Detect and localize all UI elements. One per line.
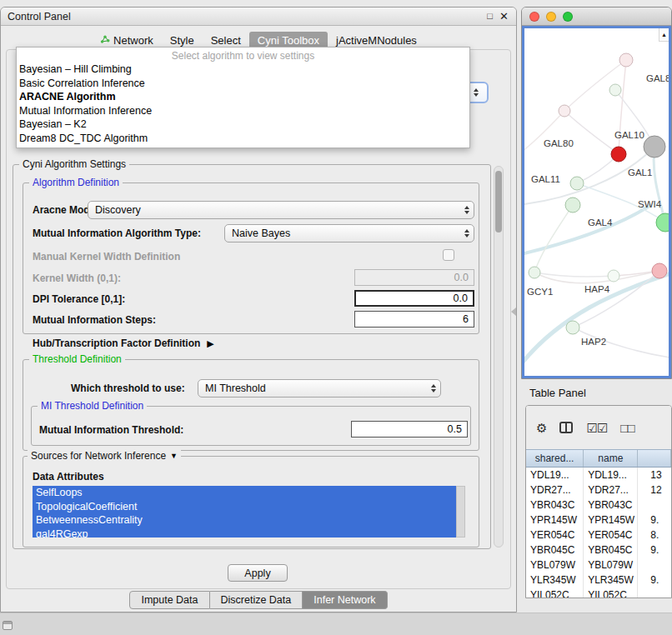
network-edge: [619, 60, 626, 154]
kernel-width-field[interactable]: 0.0: [354, 269, 474, 286]
bottom-tab-discretize-data[interactable]: Discretize Data: [210, 591, 303, 609]
split-pane-handle[interactable]: [510, 305, 517, 318]
network-node[interactable]: [559, 105, 570, 117]
attribute-item-gal4rgexp[interactable]: gal4RGexp: [33, 528, 456, 538]
table-row[interactable]: YLR345WYLR345W9.: [526, 572, 671, 588]
algorithm-definition-title: Algorithm Definition: [29, 177, 123, 188]
table-cell: YLR345W: [584, 572, 638, 588]
aracne-mode-select[interactable]: Discovery: [88, 201, 474, 219]
hub-section-toggle[interactable]: Hub/Transcription Factor Definition ▶: [33, 338, 214, 349]
network-node[interactable]: [611, 147, 626, 162]
mi-type-select[interactable]: Naive Bayes: [224, 224, 474, 242]
attributes-list[interactable]: SelfLoopsTopologicalCoefficientBetweenne…: [33, 486, 456, 538]
table-cell: YDL19...: [526, 468, 584, 482]
table-row[interactable]: YBL079WYBL079W: [526, 558, 671, 572]
dropdown-arrows-icon: [461, 206, 474, 214]
table-row[interactable]: YDR27...YDR27...12: [526, 482, 671, 498]
algorithm-option-aracne-algorithm[interactable]: ARACNE Algorithm: [17, 90, 469, 104]
attribute-item-betweennesscentrality[interactable]: BetweennessCentrality: [33, 513, 456, 528]
algorithm-popup-list: Bayesian – Hill ClimbingBasic Correlatio…: [17, 62, 469, 145]
tab-label: jActiveMNodules: [336, 34, 417, 47]
node-label: GAL80: [544, 138, 574, 148]
mi-threshold-value: 0.5: [448, 423, 462, 435]
column-header-blank[interactable]: [638, 450, 671, 467]
table-cell: YER054C: [526, 528, 584, 542]
manual-kernel-checkbox[interactable]: [443, 249, 454, 261]
mi-type-value: Naive Bayes: [225, 228, 461, 239]
table-cell: YPR145W: [526, 512, 584, 528]
network-node[interactable]: [565, 198, 580, 212]
dpi-tolerance-field[interactable]: 0.0: [354, 290, 474, 307]
node-label: GAL8: [646, 73, 670, 83]
settings-scrollbar[interactable]: [494, 166, 504, 548]
scrollbar-thumb[interactable]: [495, 171, 502, 232]
network-graph[interactable]: GAL8GAL80GAL10GAL11GAL1SWI4GAL4GCY1HAP4H…: [524, 28, 670, 378]
node-label: HAP4: [584, 284, 610, 294]
traffic-light-minimize[interactable]: [546, 12, 556, 22]
table-row[interactable]: YBR043CYBR043C: [526, 498, 671, 512]
bottom-tab-impute-data[interactable]: Impute Data: [129, 591, 209, 609]
table-cell: 9.: [638, 542, 671, 558]
network-node[interactable]: [608, 270, 619, 282]
algorithm-option-bayesian-k2[interactable]: Bayesian – K2: [17, 118, 469, 132]
algorithm-option-mutual-information-inference[interactable]: Mutual Information Inference: [17, 104, 469, 118]
table-cell: YDR27...: [584, 482, 638, 498]
network-node[interactable]: [656, 213, 670, 232]
network-node[interactable]: [566, 321, 579, 334]
table-cell: YLR345W: [526, 572, 584, 588]
algorithm-option-bayesian-hill-climbing[interactable]: Bayesian – Hill Climbing: [17, 62, 469, 77]
canvas-scrollbar[interactable]: ▲: [659, 28, 669, 42]
table-settings-gear-icon[interactable]: ⚙: [536, 422, 546, 434]
table-row[interactable]: YIL052CYIL052C: [526, 588, 671, 598]
mi-threshold-label: Mutual Information Threshold:: [39, 424, 183, 437]
table-row[interactable]: YBR045CYBR045C9.: [526, 542, 671, 558]
mi-steps-field[interactable]: 6: [354, 311, 474, 328]
scroll-up-icon[interactable]: ▲: [659, 28, 669, 41]
network-node[interactable]: [529, 267, 540, 278]
algorithm-option-dream8-dc-tdc-algorithm[interactable]: Dream8 DC_TDC Algorithm: [17, 132, 469, 146]
network-edge: [524, 206, 649, 255]
table-body: YDL19...YDL19...13YDR27...YDR27...12YBR0…: [526, 468, 671, 598]
table-cell: YPR145W: [584, 512, 638, 528]
network-titlebar[interactable]: [522, 8, 671, 26]
sources-section-toggle[interactable]: Sources for Network Inference ▼: [28, 450, 181, 462]
traffic-light-close[interactable]: [529, 12, 539, 22]
dropdown-arrows-icon: [428, 384, 440, 392]
select-all-checkboxes-icon[interactable]: ☑☑: [586, 422, 607, 434]
attribute-item-selfloops[interactable]: SelfLoops: [33, 486, 456, 500]
control-panel-titlebar[interactable]: Control Panel □ ✕: [1, 8, 516, 26]
bottom-strip: [0, 612, 672, 635]
column-header-shared[interactable]: shared...: [526, 450, 584, 467]
algorithm-option-basic-correlation-inference[interactable]: Basic Correlation Inference: [17, 77, 469, 91]
network-view-window: GAL8GAL80GAL10GAL11GAL1SWI4GAL4GCY1HAP4H…: [521, 7, 672, 379]
expand-arrow-icon: ▶: [207, 338, 213, 349]
tab-label: Select: [211, 34, 241, 47]
network-node[interactable]: [570, 177, 584, 190]
float-window-icon[interactable]: □: [487, 11, 493, 21]
deselect-all-checkboxes-icon[interactable]: □□: [620, 422, 634, 434]
bottom-tab-infer-network[interactable]: Infer Network: [303, 591, 387, 609]
table-row[interactable]: YER054CYER054C8.: [526, 528, 671, 542]
network-node[interactable]: [609, 84, 621, 96]
network-canvas[interactable]: GAL8GAL80GAL10GAL11GAL1SWI4GAL4GCY1HAP4H…: [522, 26, 671, 378]
column-header-name[interactable]: name: [584, 450, 638, 467]
attributes-scrollbar[interactable]: [456, 486, 465, 538]
apply-button[interactable]: Apply: [228, 564, 288, 582]
node-label: GAL11: [531, 174, 560, 184]
table-panel-title: Table Panel: [529, 387, 586, 399]
column-chooser-icon[interactable]: [559, 422, 573, 433]
table-cell: YBR043C: [584, 498, 638, 512]
attribute-item-topologicalcoefficient[interactable]: TopologicalCoefficient: [33, 500, 456, 514]
table-row[interactable]: YPR145WYPR145W9.: [526, 512, 671, 528]
table-window: ⚙☑☑□□ shared...name YDL19...YDL19...13YD…: [525, 405, 672, 598]
network-node[interactable]: [652, 263, 667, 278]
traffic-light-zoom[interactable]: [563, 12, 573, 22]
table-row[interactable]: YDL19...YDL19...13: [526, 468, 671, 482]
network-node[interactable]: [644, 136, 665, 158]
close-window-icon[interactable]: ✕: [499, 10, 509, 22]
network-node[interactable]: [619, 53, 633, 67]
algorithm-popup: Select algorithm to view settings Bayesi…: [16, 47, 470, 148]
mi-threshold-field[interactable]: 0.5: [351, 421, 468, 438]
minimized-panel-icon[interactable]: [3, 621, 13, 630]
which-threshold-select[interactable]: MI Threshold: [198, 379, 441, 398]
